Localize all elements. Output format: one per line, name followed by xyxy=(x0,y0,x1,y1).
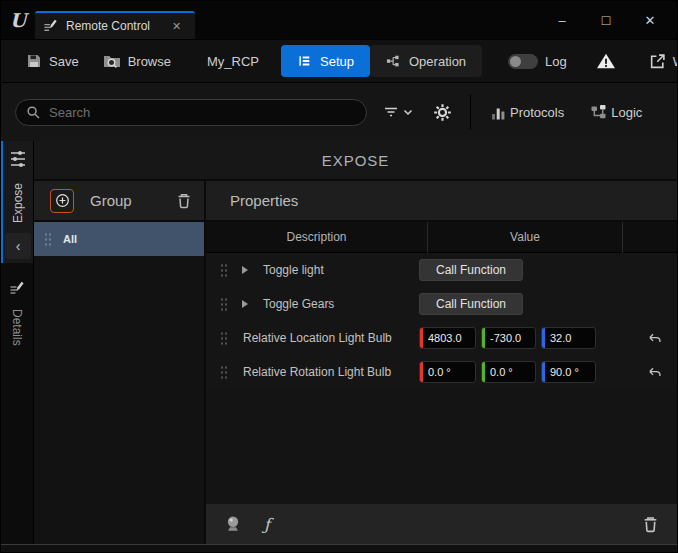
expose-header: EXPOSE xyxy=(34,141,677,181)
expose-actor-button[interactable] xyxy=(224,515,242,533)
drag-grip-icon[interactable] xyxy=(220,262,227,279)
trash-icon xyxy=(642,515,659,533)
logic-nodes-icon xyxy=(590,104,607,120)
details-pencil-icon xyxy=(9,281,25,297)
group-item-label: All xyxy=(63,233,77,245)
property-row-toggle-light[interactable]: Toggle light Call Function xyxy=(206,253,677,287)
side-rail: Expose ‹ Details xyxy=(1,141,33,544)
tab-title: Remote Control xyxy=(66,19,150,33)
group-panel-header: Group xyxy=(34,181,204,222)
collapse-panel-button[interactable]: ‹ xyxy=(5,233,31,259)
browse-button[interactable]: Browse xyxy=(103,53,171,69)
expose-rail-tab[interactable]: Expose ‹ xyxy=(1,141,33,263)
delete-group-button[interactable] xyxy=(176,192,192,209)
expand-arrow-icon[interactable] xyxy=(227,300,263,308)
tab-close-icon[interactable]: ✕ xyxy=(172,20,181,33)
operation-tab-button[interactable]: Operation xyxy=(370,45,482,77)
column-description: Description xyxy=(206,230,427,244)
window-controls: – □ ✕ xyxy=(547,7,677,33)
search-row: Protocols Logic xyxy=(1,83,677,141)
property-row-toggle-gears[interactable]: Toggle Gears Call Function xyxy=(206,287,677,321)
expose-tab-label: Expose xyxy=(11,183,25,223)
operation-graph-icon xyxy=(386,53,401,69)
undo-arrow-icon xyxy=(646,332,662,345)
title-bar: U Remote Control ✕ – □ ✕ xyxy=(1,1,677,39)
sliders-icon xyxy=(9,149,27,169)
remote-control-window: U Remote Control ✕ – □ ✕ Save Browse xyxy=(0,0,678,553)
search-icon xyxy=(26,105,41,120)
delete-exposed-button[interactable] xyxy=(642,515,659,533)
expose-function-button[interactable]: ƒ xyxy=(264,515,270,534)
pitch-value-field[interactable] xyxy=(481,361,536,383)
reset-to-default-button[interactable] xyxy=(646,332,662,345)
properties-panel: Properties Description Value Toggle xyxy=(206,181,677,544)
close-icon[interactable]: ✕ xyxy=(635,7,665,33)
property-label: Toggle light xyxy=(263,263,409,277)
property-label: Toggle Gears xyxy=(263,297,409,311)
filter-button[interactable] xyxy=(383,105,413,119)
z-value-field[interactable] xyxy=(541,327,596,349)
setup-tab-button[interactable]: Setup xyxy=(281,45,370,77)
gear-icon xyxy=(433,103,452,122)
properties-title: Properties xyxy=(230,192,298,209)
window-bottom-edge xyxy=(1,544,677,552)
empty-area xyxy=(206,389,677,504)
logic-button[interactable]: Logic xyxy=(590,104,642,120)
main-area: Expose ‹ Details EXPOSE xyxy=(1,141,677,544)
drag-grip-icon[interactable] xyxy=(220,330,227,347)
reset-to-default-button[interactable] xyxy=(646,366,662,379)
properties-header: Properties xyxy=(206,181,677,222)
preset-name-button[interactable]: My_RCP xyxy=(197,54,269,69)
panels: Group All Properti xyxy=(34,181,677,544)
setup-list-icon xyxy=(297,54,312,68)
expand-arrow-icon[interactable] xyxy=(227,266,263,274)
group-panel-title: Group xyxy=(90,192,176,209)
log-toggle-switch-icon xyxy=(508,54,538,69)
bottom-bar: ƒ xyxy=(206,504,677,544)
details-tab-label[interactable]: Details xyxy=(10,309,24,346)
y-value-field[interactable] xyxy=(481,327,536,349)
warnings-button[interactable] xyxy=(595,52,617,70)
chevron-down-icon xyxy=(403,109,413,116)
property-label: Relative Rotation Light Bulb xyxy=(243,365,409,379)
toolbar: Save Browse My_RCP Setup Operation xyxy=(1,39,677,83)
drag-grip-icon[interactable] xyxy=(44,231,51,248)
maximize-icon[interactable]: □ xyxy=(591,7,621,33)
property-row-relative-location[interactable]: Relative Location Light Bulb xyxy=(206,321,677,355)
save-button[interactable]: Save xyxy=(26,53,79,69)
tab-remote-control[interactable]: Remote Control ✕ xyxy=(35,11,195,39)
settings-button[interactable] xyxy=(433,103,452,122)
plus-circle-icon xyxy=(55,193,70,208)
yaw-value-field[interactable] xyxy=(541,361,596,383)
property-rows: Toggle light Call Function Toggle Gears xyxy=(206,253,677,389)
call-function-button[interactable]: Call Function xyxy=(419,293,523,315)
search-separator xyxy=(470,95,471,129)
call-function-button[interactable]: Call Function xyxy=(419,259,523,281)
search-input[interactable] xyxy=(49,105,356,120)
x-value-field[interactable] xyxy=(419,327,476,349)
minimize-icon[interactable]: – xyxy=(547,7,577,33)
search-box[interactable] xyxy=(15,99,367,126)
web-button[interactable]: Web xyxy=(649,53,678,70)
function-f-icon: ƒ xyxy=(264,515,270,534)
log-toggle[interactable]: Log xyxy=(508,54,567,69)
trash-icon xyxy=(176,192,192,209)
orb-camera-icon xyxy=(224,515,242,533)
property-row-relative-rotation[interactable]: Relative Rotation Light Bulb xyxy=(206,355,677,389)
column-separator xyxy=(622,222,623,253)
warning-triangle-icon xyxy=(595,52,617,70)
roll-value-field[interactable] xyxy=(419,361,476,383)
group-item-all[interactable]: All xyxy=(34,222,204,256)
filter-icon xyxy=(383,105,399,119)
remote-control-pencil-icon xyxy=(43,19,58,34)
undo-arrow-icon xyxy=(646,366,662,379)
add-group-button[interactable] xyxy=(50,189,74,213)
drag-grip-icon[interactable] xyxy=(220,296,227,313)
browse-folder-icon xyxy=(103,53,121,69)
protocols-button[interactable]: Protocols xyxy=(491,105,564,120)
property-label: Relative Location Light Bulb xyxy=(243,331,409,345)
column-value: Value xyxy=(428,230,622,244)
group-panel: Group All xyxy=(34,181,206,544)
drag-grip-icon[interactable] xyxy=(220,364,227,381)
protocols-bars-icon xyxy=(491,105,506,120)
